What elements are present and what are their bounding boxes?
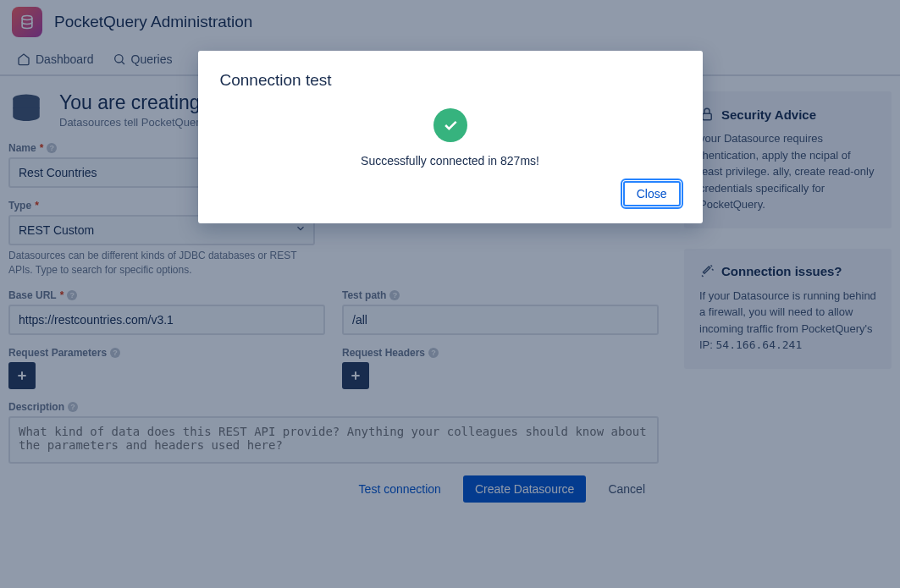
close-button[interactable]: Close bbox=[623, 181, 681, 206]
modal-message: Successfully connected in 827ms! bbox=[220, 154, 681, 168]
success-check-icon bbox=[433, 108, 467, 142]
connection-test-modal: Connection test Successfully connected i… bbox=[198, 51, 703, 223]
modal-title: Connection test bbox=[220, 71, 681, 90]
